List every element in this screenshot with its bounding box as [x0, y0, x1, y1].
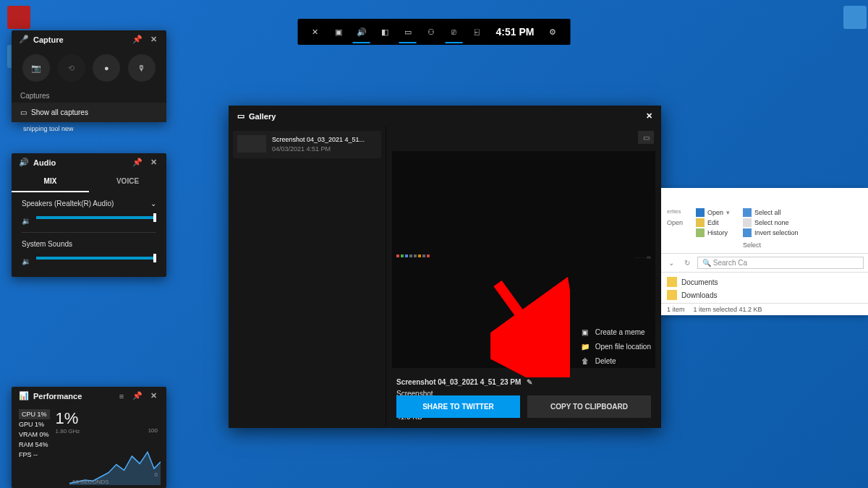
- perf-ram[interactable]: RAM 54%: [19, 440, 50, 450]
- clock: 4:51 PM: [489, 26, 542, 38]
- tree-item-documents[interactable]: Documents: [667, 275, 862, 288]
- meta-filename: Screenshot 04_03_2021 4_51_23 PM: [396, 377, 521, 388]
- delete-button[interactable]: 🗑Delete: [581, 354, 651, 369]
- performance-title: Performance: [33, 392, 82, 401]
- ribbon-open-button[interactable]: Open ▾: [696, 208, 730, 217]
- volume-icon: 🔊: [19, 158, 29, 167]
- search-input[interactable]: 🔍 Search Ca: [697, 257, 864, 269]
- gallery-sidebar: Screenshot 04_03_2021 4_51... 04/03/2021…: [229, 127, 386, 426]
- ribbon-group-open-items: Open ▾ Edit History: [696, 208, 730, 249]
- expand-icon[interactable]: ▭: [638, 131, 654, 144]
- mic-toggle-button[interactable]: 🎙: [128, 54, 156, 82]
- perf-gpu[interactable]: GPU 1%: [19, 419, 50, 429]
- ribbon-group-open-label: Open: [667, 219, 683, 226]
- close-icon[interactable]: ✕: [148, 391, 159, 401]
- desktop-icons-right: [839, 3, 868, 45]
- perf-scale-max: 100: [148, 427, 158, 434]
- status-item-count: 1 item: [667, 306, 685, 313]
- gallery-icon: ▭: [20, 108, 27, 116]
- output-device-label: Speakers (Realtek(R) Audio): [22, 200, 114, 207]
- refresh-icon[interactable]: ↻: [681, 259, 693, 267]
- record-button[interactable]: ●: [93, 54, 120, 82]
- perf-vram[interactable]: VRAM 0%: [19, 429, 50, 440]
- pin-icon[interactable]: 📌: [132, 158, 143, 167]
- explorer-statusbar: 1 item 1 item selected 41.2 KB: [661, 303, 868, 315]
- close-icon[interactable]: ✕: [148, 35, 159, 44]
- perf-chart: 100 0 60 SECONDS: [69, 427, 161, 485]
- close-icon[interactable]: ✕: [148, 158, 159, 167]
- widgets-icon[interactable]: ▣: [327, 20, 350, 43]
- perf-cpu[interactable]: CPU 1%: [19, 409, 50, 419]
- game-bar-toolbar: ✕ ▣ 🔊 ◧ ▭ ⚇ ⎚ ⍇ 4:51 PM ⚙: [298, 19, 571, 45]
- audio-icon[interactable]: 🔊: [350, 20, 373, 43]
- thumbnail-date: 04/03/2021 4:51 PM: [272, 145, 365, 154]
- ribbon-group-select: Select all Select none Invert selection …: [743, 208, 799, 249]
- share-to-twitter-button[interactable]: SHARE TO TWITTER: [396, 395, 520, 418]
- tab-voice[interactable]: VOICE: [89, 171, 166, 192]
- xbox-icon[interactable]: ✕: [304, 20, 327, 43]
- master-volume-slider[interactable]: [36, 216, 156, 219]
- perf-icon: 📊: [19, 391, 29, 401]
- pin-icon[interactable]: 📌: [132, 391, 143, 401]
- explorer-tree: Documents Downloads: [661, 273, 868, 303]
- copy-to-clipboard-button[interactable]: COPY TO CLIPBOARD: [527, 395, 651, 418]
- gallery-title: Gallery: [249, 112, 276, 121]
- ribbon-group-open: erties Open: [667, 208, 683, 249]
- open-file-location-button[interactable]: 📁Open file location: [581, 340, 651, 354]
- desktop-icon[interactable]: [839, 6, 868, 42]
- chevron-down-icon[interactable]: ⌄: [150, 200, 156, 207]
- ribbon-invert-button[interactable]: Invert selection: [743, 228, 799, 237]
- divider: [22, 232, 156, 233]
- performance-panel: 📊 Performance ≡ 📌 ✕ CPU 1% GPU 1% VRAM 0…: [12, 387, 166, 488]
- perf-fps[interactable]: FPS --: [19, 450, 50, 460]
- ribbon-edit-button[interactable]: Edit: [696, 218, 730, 227]
- show-all-captures-button[interactable]: ▭ Show all captures: [12, 103, 166, 122]
- folder-icon: 📁: [581, 340, 590, 354]
- tab-mix[interactable]: MIX: [12, 171, 89, 192]
- tree-item-downloads[interactable]: Downloads: [667, 288, 862, 301]
- gallery-main: ▭ · · · · · ▭ Screenshot 04_03_2021 4_51…: [386, 127, 661, 426]
- ribbon-group-select-label: Select: [743, 241, 799, 249]
- capture-title: Capture: [33, 35, 64, 44]
- record-last-button[interactable]: ⟲: [58, 54, 85, 82]
- perf-metrics-list: CPU 1% GPU 1% VRAM 0% RAM 54% FPS --: [19, 409, 50, 460]
- settings-icon[interactable]: ⚙: [541, 20, 564, 43]
- ribbon-select-none-button[interactable]: Select none: [743, 218, 799, 227]
- screenshot-button[interactable]: 📷: [22, 54, 50, 82]
- capture-icon[interactable]: ▭: [396, 20, 420, 43]
- capture-panel: 🎤 Capture 📌 ✕ 📷 ⟲ ● 🎙 Captures ▭ Show al…: [12, 30, 166, 122]
- close-icon[interactable]: ✕: [646, 111, 652, 121]
- audio-panel: 🔊 Audio 📌 ✕ MIX VOICE Speakers (Realtek(…: [12, 153, 166, 277]
- gallery-window: ▭ Gallery ✕ Screenshot 04_03_2021 4_51..…: [229, 106, 661, 428]
- mic-indicator-icon: 🎤: [19, 35, 29, 44]
- nav-dropdown-icon[interactable]: ⌄: [665, 259, 677, 267]
- pin-icon[interactable]: 📌: [132, 35, 143, 44]
- perf-scale-min: 0: [155, 471, 158, 478]
- edit-name-icon[interactable]: ✎: [527, 377, 532, 388]
- gallery-thumbnail-item[interactable]: Screenshot 04_03_2021 4_51... 04/03/2021…: [233, 131, 381, 158]
- status-selection: 1 item selected 41.2 KB: [694, 306, 762, 313]
- social-icon[interactable]: ⚇: [420, 20, 443, 43]
- system-sounds-label: System Sounds: [22, 240, 72, 248]
- properties-label[interactable]: erties: [667, 208, 683, 215]
- ribbon-history-button[interactable]: History: [696, 228, 730, 237]
- ribbon-select-all-button[interactable]: Select all: [743, 208, 799, 217]
- perf-main-value: 1%: [56, 409, 80, 428]
- performance-icon[interactable]: ◧: [373, 20, 396, 43]
- device-icon[interactable]: ⍇: [466, 20, 489, 43]
- overlay-icon[interactable]: ⎚: [443, 20, 466, 43]
- gallery-actions: ▣Create a meme 📁Open file location 🗑Dele…: [581, 325, 651, 369]
- thumbnail-name: Screenshot 04_03_2021 4_51...: [272, 135, 365, 145]
- options-icon[interactable]: ≡: [116, 392, 127, 401]
- image-icon: ▣: [581, 325, 590, 340]
- speaker-icon: 🔉: [22, 217, 30, 225]
- create-meme-button[interactable]: ▣Create a meme: [581, 325, 651, 340]
- file-explorer-window: erties Open Open ▾ Edit History Select a…: [661, 188, 868, 315]
- desktop-icon-label: snipping tool new: [23, 125, 74, 132]
- captures-label: Captures: [12, 87, 166, 103]
- show-all-label: Show all captures: [31, 108, 88, 116]
- trash-icon: 🗑: [581, 354, 590, 369]
- thumbnail-image: [237, 135, 266, 153]
- system-volume-slider[interactable]: [36, 257, 156, 260]
- perf-xlabel: 60 SECONDS: [72, 479, 109, 485]
